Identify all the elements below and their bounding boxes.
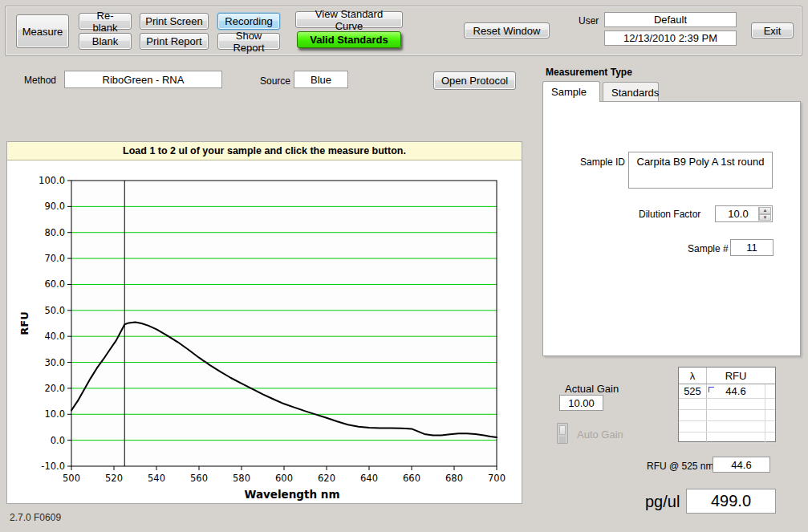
rfu-at-wavelength-field: 44.6 bbox=[713, 457, 770, 473]
measure-button[interactable]: Measure bbox=[16, 14, 69, 48]
auto-gain-toggle[interactable] bbox=[557, 423, 568, 444]
sample-number-label: Sample # bbox=[688, 243, 729, 254]
y-axis-title: RFU bbox=[18, 311, 30, 335]
auto-gain-toggle-knob bbox=[559, 425, 566, 435]
svg-text:80.0: 80.0 bbox=[44, 227, 65, 238]
svg-text:520: 520 bbox=[105, 473, 123, 484]
measurement-type-title: Measurement Type bbox=[546, 67, 632, 78]
tab-sample-label: Sample bbox=[551, 86, 587, 98]
table-row[interactable]: 525 44.6 bbox=[679, 384, 775, 399]
reblank-button[interactable]: Re-blank bbox=[79, 13, 132, 30]
print-screen-button[interactable]: Print Screen bbox=[140, 13, 209, 30]
auto-gain-label: Auto Gain bbox=[577, 428, 623, 441]
svg-text:500: 500 bbox=[63, 473, 80, 484]
tab-standards[interactable]: Standards bbox=[603, 82, 659, 102]
auto-gain-toggle-base bbox=[559, 437, 566, 443]
svg-text:560: 560 bbox=[190, 473, 208, 484]
show-report-button[interactable]: Show Report bbox=[217, 33, 280, 50]
svg-text:540: 540 bbox=[148, 473, 165, 484]
svg-text:620: 620 bbox=[318, 473, 335, 484]
svg-text:680: 680 bbox=[445, 473, 463, 484]
dilution-spinner[interactable]: ▲ ▼ bbox=[758, 207, 771, 221]
svg-text:30.0: 30.0 bbox=[44, 357, 65, 368]
exit-button[interactable]: Exit bbox=[751, 22, 794, 39]
concentration-field: 499.0 bbox=[686, 489, 776, 514]
reset-window-button[interactable]: Reset Window bbox=[464, 22, 550, 39]
spin-down-icon[interactable]: ▼ bbox=[759, 214, 771, 221]
cell-lambda bbox=[679, 421, 707, 432]
user-value-field[interactable]: Default bbox=[604, 12, 737, 27]
open-protocol-button[interactable]: Open Protocol bbox=[433, 71, 516, 90]
cell-rfu bbox=[707, 399, 765, 409]
sample-number-field[interactable]: 11 bbox=[730, 239, 773, 256]
rfu-at-wavelength-label: RFU @ 525 nm bbox=[647, 461, 714, 472]
print-report-button[interactable]: Print Report bbox=[140, 33, 209, 50]
cell-spacer bbox=[765, 433, 775, 443]
recording-button[interactable]: Recording bbox=[217, 13, 280, 30]
tab-standards-label: Standards bbox=[611, 87, 659, 99]
table-row[interactable] bbox=[679, 433, 775, 444]
table-row[interactable] bbox=[679, 410, 775, 421]
wavelength-rfu-table[interactable]: λ RFU 525 44.6 bbox=[678, 367, 776, 442]
version-text: 2.7.0 F0609 bbox=[10, 512, 61, 523]
dilution-factor-stepper[interactable]: 10.0 ▲ ▼ bbox=[715, 205, 773, 222]
cell-spacer bbox=[765, 384, 775, 398]
table-header-lambda: λ bbox=[679, 368, 707, 384]
table-row[interactable] bbox=[679, 399, 775, 410]
cell-lambda bbox=[679, 433, 707, 443]
svg-text:660: 660 bbox=[403, 473, 420, 484]
svg-text:40.0: 40.0 bbox=[44, 331, 65, 342]
table-header-spacer bbox=[765, 368, 775, 384]
datetime-field: 12/13/2010 2:39 PM bbox=[604, 30, 737, 46]
method-label: Method bbox=[24, 75, 56, 86]
sample-id-field[interactable]: Carpita B9 Poly A 1st round bbox=[628, 152, 773, 189]
actual-gain-label: Actual Gain bbox=[565, 383, 619, 395]
valid-standards-button[interactable]: Valid Standards bbox=[297, 31, 401, 48]
actual-gain-field: 10.00 bbox=[559, 395, 603, 411]
dilution-factor-value: 10.0 bbox=[728, 208, 748, 220]
table-header-row: λ RFU bbox=[679, 368, 775, 384]
table-row[interactable] bbox=[679, 421, 775, 433]
x-axis-title: Wavelength nm bbox=[245, 488, 340, 501]
table-header-rfu: RFU bbox=[707, 368, 765, 384]
svg-text:-10.0: -10.0 bbox=[41, 461, 65, 472]
dilution-factor-label: Dilution Factor bbox=[639, 209, 700, 220]
chart-container: Load 1 to 2 ul of your sample and click … bbox=[6, 141, 522, 504]
source-field[interactable]: Blue bbox=[294, 71, 348, 88]
svg-text:10.0: 10.0 bbox=[44, 408, 65, 420]
cell-rfu: 44.6 bbox=[707, 384, 765, 398]
cell-lambda bbox=[679, 399, 707, 409]
cell-rfu bbox=[707, 433, 765, 443]
spectrum-chart[interactable]: -10.00.010.020.030.040.050.060.070.080.0… bbox=[7, 160, 522, 503]
cell-rfu bbox=[707, 410, 765, 420]
svg-text:70.0: 70.0 bbox=[44, 253, 65, 264]
sample-id-label: Sample ID bbox=[580, 156, 625, 168]
view-standard-curve-button[interactable]: View Standard Curve bbox=[295, 11, 403, 28]
method-field[interactable]: RiboGreen - RNA bbox=[64, 71, 222, 88]
cell-spacer bbox=[765, 410, 775, 420]
tab-sample[interactable]: Sample bbox=[542, 81, 600, 102]
sample-tab-panel: Sample ID Carpita B9 Poly A 1st round Di… bbox=[542, 101, 801, 356]
svg-text:20.0: 20.0 bbox=[44, 383, 65, 394]
svg-text:100.0: 100.0 bbox=[39, 175, 65, 186]
svg-text:50.0: 50.0 bbox=[44, 305, 65, 316]
concentration-unit-label: pg/ul bbox=[645, 493, 680, 511]
blank-button[interactable]: Blank bbox=[79, 33, 132, 50]
user-label: User bbox=[579, 15, 599, 26]
cell-spacer bbox=[765, 421, 775, 432]
cell-spacer bbox=[765, 399, 775, 409]
spin-up-icon[interactable]: ▲ bbox=[759, 207, 771, 214]
cell-lambda bbox=[679, 410, 707, 420]
cell-lambda: 525 bbox=[679, 384, 707, 398]
svg-text:580: 580 bbox=[233, 473, 250, 484]
instruction-banner-text: Load 1 to 2 ul of your sample and click … bbox=[123, 145, 406, 156]
cell-rfu bbox=[707, 421, 765, 432]
source-label: Source bbox=[260, 75, 290, 87]
svg-text:90.0: 90.0 bbox=[44, 201, 65, 212]
cell-selection-marker bbox=[709, 387, 714, 392]
svg-text:600: 600 bbox=[275, 473, 293, 484]
svg-text:640: 640 bbox=[360, 473, 378, 484]
svg-text:700: 700 bbox=[488, 473, 506, 484]
toolbar-groupbox: Measure Re-blank Blank Print Screen Prin… bbox=[5, 6, 802, 56]
instruction-banner: Load 1 to 2 ul of your sample and click … bbox=[7, 142, 522, 160]
